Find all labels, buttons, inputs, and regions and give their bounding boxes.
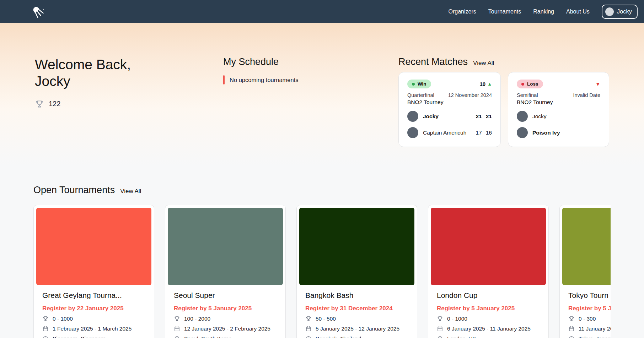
set-score: 17 bbox=[476, 130, 482, 136]
trophy-icon bbox=[42, 316, 49, 322]
schedule-accent-bar bbox=[223, 75, 225, 84]
match-tournament-name: BNO2 Tourney bbox=[407, 99, 492, 105]
tournament-card-row: Great Geylang Tourna... Register by 22 J… bbox=[33, 205, 611, 338]
tournament-location: Tokyo, Japan bbox=[579, 336, 611, 338]
location-pin-icon bbox=[437, 336, 443, 338]
tournament-points-range: 0 - 300 bbox=[579, 316, 596, 322]
tournament-cover-image bbox=[431, 208, 546, 285]
tournament-dates: 12 January 2025 - 2 February 2025 bbox=[184, 326, 270, 332]
tournament-location: Singapore, Singapore bbox=[53, 336, 106, 338]
points-change-value: 10 bbox=[479, 81, 485, 87]
player-name: Jocky bbox=[423, 113, 439, 120]
tournament-card[interactable]: Seoul Super Register by 5 January 2025 1… bbox=[165, 205, 286, 338]
tournament-card[interactable]: London Cup Register by 5 January 2025 0 … bbox=[428, 205, 549, 338]
player-row: Captain Americuh 17 16 bbox=[407, 127, 492, 138]
down-triangle-icon: ▼ bbox=[595, 82, 600, 87]
calendar-icon bbox=[42, 326, 49, 332]
avatar bbox=[517, 127, 528, 138]
my-schedule-panel: My Schedule No upcoming tournaments bbox=[223, 56, 398, 147]
tournament-register-deadline: Register by 5 January 2025 bbox=[568, 305, 611, 312]
tournament-location: Seoul, South Korea bbox=[184, 336, 232, 338]
calendar-icon bbox=[305, 326, 312, 332]
status-dot-icon bbox=[412, 83, 415, 86]
tournament-name: London Cup bbox=[437, 291, 540, 300]
page-title: Welcome Back, Jocky bbox=[33, 56, 158, 90]
player-row: Poison Ivy bbox=[517, 127, 600, 138]
tournament-register-deadline: Register by 5 January 2025 bbox=[437, 305, 540, 312]
hero-section: Welcome Back, Jocky 122 My Schedule bbox=[0, 23, 644, 165]
tournament-points-range: 50 - 500 bbox=[316, 316, 336, 322]
open-tournaments-title: Open Tournaments bbox=[33, 185, 115, 196]
avatar bbox=[407, 111, 418, 122]
avatar bbox=[605, 7, 614, 16]
tournament-card[interactable]: Bangkok Bash Register by 31 December 202… bbox=[296, 205, 417, 338]
result-label: Loss bbox=[527, 81, 538, 87]
tournament-register-deadline: Register by 5 January 2025 bbox=[174, 305, 277, 312]
location-pin-icon bbox=[174, 336, 180, 338]
calendar-icon bbox=[174, 326, 180, 332]
welcome-panel: Welcome Back, Jocky 122 bbox=[33, 56, 223, 147]
calendar-icon bbox=[437, 326, 443, 332]
nav-link-ranking[interactable]: Ranking bbox=[533, 9, 554, 15]
player-name: Poison Ivy bbox=[532, 130, 560, 136]
tournament-name: Seoul Super bbox=[174, 291, 277, 300]
player-row: Jocky bbox=[517, 111, 600, 122]
calendar-icon bbox=[568, 326, 575, 332]
match-round: Semifinal bbox=[517, 92, 538, 98]
tournament-card[interactable]: Tokyo Tourn Register by 5 January 2025 0… bbox=[559, 205, 611, 338]
open-tournaments-section: Open Tournaments View All Great Geylang … bbox=[0, 185, 644, 338]
nav-link-tournaments[interactable]: Tournaments bbox=[488, 9, 521, 15]
recent-matches-view-all-link[interactable]: View All bbox=[473, 60, 494, 67]
recent-matches-title: Recent Matches bbox=[398, 56, 468, 67]
tournament-register-deadline: Register by 22 January 2025 bbox=[42, 305, 145, 312]
shuttlecock-logo-icon[interactable] bbox=[28, 4, 47, 20]
tournament-location: Bangkok, Thailand bbox=[316, 336, 361, 338]
profile-button[interactable]: Jocky bbox=[602, 5, 638, 19]
tournament-cover-image bbox=[299, 208, 414, 285]
tournament-name: Bangkok Bash bbox=[305, 291, 408, 300]
loss-badge: Loss bbox=[517, 80, 543, 88]
tournament-card[interactable]: Great Geylang Tourna... Register by 22 J… bbox=[33, 205, 154, 338]
match-date: Invalid Date bbox=[573, 92, 600, 98]
status-dot-icon bbox=[521, 83, 524, 86]
match-tournament-name: BNO2 Tourney bbox=[517, 99, 600, 105]
trophy-icon bbox=[568, 316, 575, 322]
my-schedule-title: My Schedule bbox=[223, 56, 398, 67]
location-pin-icon bbox=[568, 336, 575, 338]
tournament-name: Great Geylang Tourna... bbox=[42, 291, 145, 300]
recent-matches-panel: Recent Matches View All Win 10 ▲ bbox=[398, 56, 611, 147]
tournament-dates: 11 January 2025 bbox=[579, 326, 611, 332]
tournament-cover-image bbox=[168, 208, 283, 285]
tournament-points-range: 0 - 1000 bbox=[447, 316, 467, 322]
match-date: 12 November 2024 bbox=[448, 92, 492, 98]
tournament-dates: 5 January 2025 - 12 January 2025 bbox=[316, 326, 399, 332]
tournament-cover-image bbox=[36, 208, 151, 285]
tournament-register-deadline: Register by 31 December 2024 bbox=[305, 305, 408, 312]
ranking-points-value: 122 bbox=[49, 100, 60, 108]
location-pin-icon bbox=[305, 336, 312, 338]
nav-link-organizers[interactable]: Organizers bbox=[449, 9, 476, 15]
trophy-icon bbox=[437, 316, 443, 322]
avatar bbox=[407, 127, 418, 138]
win-badge: Win bbox=[407, 80, 431, 88]
tournament-dates: 6 January 2025 - 11 January 2025 bbox=[447, 326, 531, 332]
result-label: Win bbox=[418, 81, 426, 87]
location-pin-icon bbox=[42, 336, 49, 338]
tournament-points-range: 0 - 1000 bbox=[53, 316, 73, 322]
tournament-name: Tokyo Tourn bbox=[568, 291, 611, 300]
trophy-icon bbox=[35, 99, 44, 109]
set-score: 21 bbox=[486, 113, 492, 120]
schedule-empty-message: No upcoming tournaments bbox=[230, 77, 299, 83]
tournament-location: London, UK bbox=[447, 336, 476, 338]
open-tournaments-view-all-link[interactable]: View All bbox=[120, 188, 141, 195]
player-row: Jocky 21 21 bbox=[407, 111, 492, 122]
up-triangle-icon: ▲ bbox=[487, 82, 492, 86]
player-name: Jocky bbox=[532, 113, 547, 120]
match-card[interactable]: Loss ▼ Semifinal Invalid Date BNO2 Tourn… bbox=[508, 72, 609, 147]
trophy-icon bbox=[305, 316, 312, 322]
set-score: 21 bbox=[476, 113, 482, 120]
nav-link-about-us[interactable]: About Us bbox=[566, 9, 590, 15]
tournament-cover-image bbox=[562, 208, 611, 285]
set-score: 16 bbox=[486, 130, 492, 136]
match-card[interactable]: Win 10 ▲ Quarterfinal 12 November 2024 B… bbox=[398, 72, 501, 147]
